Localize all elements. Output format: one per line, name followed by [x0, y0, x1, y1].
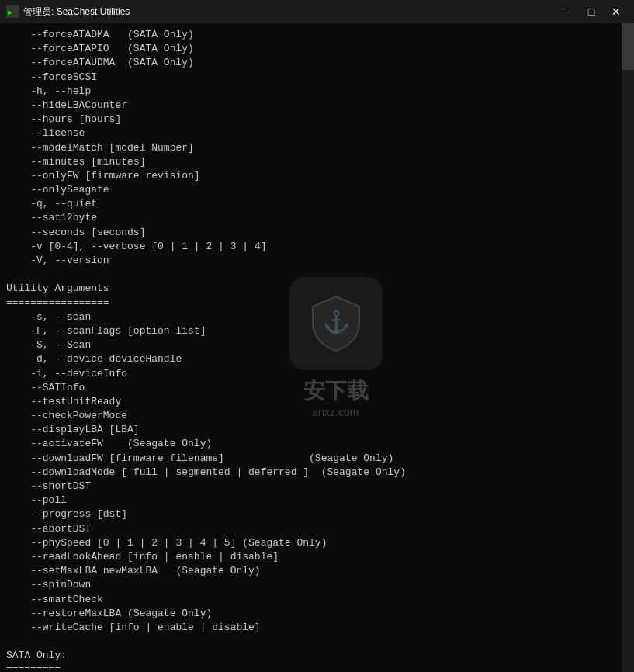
window: ▶ 管理员: SeaChest Utilities ─ □ ✕ --forceA…	[0, 0, 634, 672]
scrollbar-thumb[interactable]	[622, 23, 634, 70]
title-bar: ▶ 管理员: SeaChest Utilities ─ □ ✕	[0, 0, 634, 23]
maximize-button[interactable]: □	[580, 2, 603, 21]
title-bar-controls: ─ □ ✕	[555, 2, 628, 21]
app-icon: ▶	[6, 5, 19, 18]
title-bar-left: ▶ 管理员: SeaChest Utilities	[6, 5, 130, 19]
window-title: 管理员: SeaChest Utilities	[23, 5, 130, 19]
close-button[interactable]: ✕	[605, 2, 628, 21]
scrollbar[interactable]	[622, 23, 634, 672]
terminal-output[interactable]: --forceATADMA (SATA Only) --forceATAPIO …	[0, 23, 622, 672]
minimize-button[interactable]: ─	[555, 2, 578, 21]
svg-text:▶: ▶	[8, 9, 12, 17]
content-area: --forceATADMA (SATA Only) --forceATAPIO …	[0, 23, 634, 672]
